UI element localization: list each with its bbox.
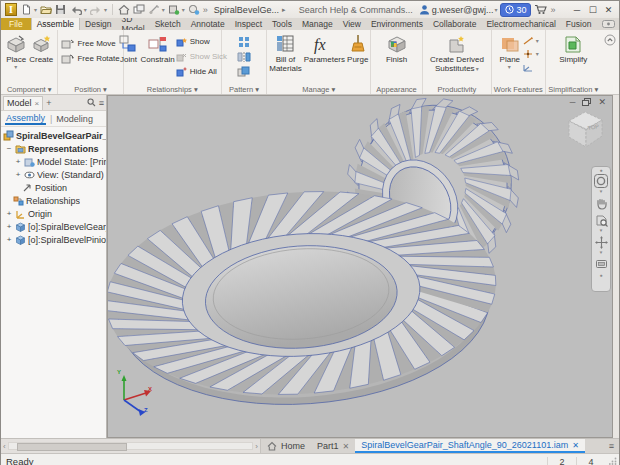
doc-tab-home[interactable]: Home xyxy=(261,439,311,453)
scroll-left-icon[interactable]: ‹ xyxy=(3,442,6,451)
titlebar-overflow-icon[interactable]: » xyxy=(550,5,555,15)
browser-tab-model[interactable]: Model× xyxy=(3,96,43,110)
subtab-assembly[interactable]: Assembly xyxy=(5,113,46,125)
simplify-button[interactable]: Simplify xyxy=(558,32,588,83)
tab-sketch[interactable]: Sketch xyxy=(150,18,186,30)
doc-tab-active-assembly[interactable]: SpiralBevelGearPair_ShaftAngle_90_260211… xyxy=(355,439,585,453)
group-label-relationships[interactable]: Relationships ▾ xyxy=(124,85,221,94)
group-label-manage[interactable]: Manage ▾ xyxy=(267,85,370,94)
ribbon-display-icon[interactable] xyxy=(596,18,619,30)
viewport-3d[interactable]: ─ ✕ TOP ● ▼ ▼ ▼ xyxy=(107,95,613,438)
tab-environments[interactable]: Environments xyxy=(366,18,428,30)
close-button[interactable]: ✕ xyxy=(602,5,615,15)
minimize-button[interactable]: ─ xyxy=(571,5,584,15)
orbit-caret-icon[interactable]: ▼ xyxy=(599,251,603,255)
resize-grip[interactable] xyxy=(605,457,619,465)
expand-toggle[interactable]: + xyxy=(5,235,13,244)
expand-toggle[interactable]: + xyxy=(5,222,13,231)
pattern-button[interactable] xyxy=(237,34,251,49)
expand-toggle[interactable]: + xyxy=(14,157,22,166)
tab-tools[interactable]: Tools xyxy=(267,18,297,30)
mirror-button[interactable] xyxy=(237,49,251,64)
save-icon[interactable] xyxy=(55,3,67,16)
navwheel-caret-icon[interactable]: ▼ xyxy=(599,190,603,194)
tab-assemble[interactable]: Assemble xyxy=(31,18,80,30)
place-button[interactable]: Place ▾ xyxy=(4,32,28,83)
material-icon[interactable] xyxy=(168,3,180,16)
free-rotate-button[interactable]: Free Rotate xyxy=(61,51,119,66)
free-move-button[interactable]: Free Move xyxy=(61,36,119,51)
ribbon-collapse-button[interactable] xyxy=(601,30,619,94)
create-derived-substitutes-button[interactable]: Create Derived Substitutes ▾ xyxy=(429,32,485,83)
tab-manage[interactable]: Manage xyxy=(297,18,338,30)
tab-electromechanical[interactable]: Electromechanical xyxy=(481,18,560,30)
parameters-button[interactable]: fx Parameters xyxy=(303,32,346,83)
group-label-position[interactable]: Position ▾ xyxy=(58,85,122,94)
copy-button[interactable] xyxy=(237,64,251,79)
inventor-logo-icon[interactable]: I xyxy=(5,3,17,16)
tab-fusion[interactable]: Fusion xyxy=(561,18,597,30)
tab-3d-model[interactable]: 3D Model xyxy=(117,18,150,30)
close-tab-icon[interactable]: ✕ xyxy=(343,442,350,451)
tab-collaborate[interactable]: Collaborate xyxy=(428,18,481,30)
switch-windows-icon[interactable] xyxy=(133,3,145,16)
browser-scrollbar[interactable]: ‹ › xyxy=(1,439,261,453)
subtab-modeling[interactable]: Modeling xyxy=(56,114,93,124)
tree-item-representations[interactable]: − Representations xyxy=(1,142,106,155)
create-button[interactable]: Create xyxy=(28,32,54,83)
tab-view[interactable]: View xyxy=(338,18,366,30)
tree-item-pinion-part[interactable]: + [o]:SpiralBevelPinion_ xyxy=(1,233,106,246)
doc-tab-part1[interactable]: Part1 ✕ xyxy=(311,439,355,453)
ucs-button[interactable] xyxy=(522,60,534,73)
tree-item-gear-part[interactable]: + [o]:SpiralBevelGear_S xyxy=(1,220,106,233)
new-file-caret-icon[interactable]: ▾ xyxy=(34,6,37,13)
tree-item-view[interactable]: + View: (Standard) xyxy=(1,168,106,181)
constrain-button[interactable]: Constrain xyxy=(139,32,175,83)
browser-tab-close-icon[interactable]: × xyxy=(35,99,40,108)
joint-button[interactable]: Joint xyxy=(117,32,139,83)
tree-item-origin[interactable]: + Origin xyxy=(1,207,106,220)
axis-button[interactable]: ▾ xyxy=(522,34,539,47)
zoom-icon[interactable] xyxy=(595,212,608,228)
close-tab-icon[interactable]: ✕ xyxy=(572,441,579,450)
group-label-component[interactable]: Component ▾ xyxy=(1,85,57,94)
maximize-button[interactable]: ☐ xyxy=(586,5,599,15)
hide-all-button[interactable]: Hide All xyxy=(176,64,227,79)
finish-button[interactable]: Finish xyxy=(385,32,409,83)
title-flyout-icon[interactable]: ▸ xyxy=(282,6,286,14)
navbar-handle-icon[interactable]: ● xyxy=(599,168,602,172)
cart-icon[interactable] xyxy=(534,3,547,16)
tab-design[interactable]: Design xyxy=(80,18,116,30)
undo-caret-icon[interactable]: ▾ xyxy=(84,6,87,13)
navbar-handle-icon[interactable]: ● xyxy=(599,273,602,277)
tree-item-relationships[interactable]: Relationships xyxy=(1,194,106,207)
group-label-simplification[interactable]: Simplification ▾ xyxy=(546,85,601,94)
pan-hand-icon[interactable] xyxy=(595,195,608,211)
scrollbar-thumb[interactable] xyxy=(17,443,127,451)
tab-file[interactable]: File xyxy=(1,18,31,30)
expand-toggle[interactable]: + xyxy=(5,209,13,218)
group-label-pattern[interactable]: Pattern ▾ xyxy=(222,85,267,94)
scrollbar-track[interactable] xyxy=(8,442,254,450)
navigation-wheel-icon[interactable] xyxy=(594,173,608,189)
purge-button[interactable]: Purge xyxy=(346,32,369,83)
browser-search-icon[interactable] xyxy=(87,98,96,107)
view-cube[interactable]: TOP xyxy=(558,104,612,156)
browser-menu-icon[interactable]: ≡ xyxy=(99,98,104,108)
expand-toggle[interactable]: − xyxy=(5,144,13,153)
measure-caret-icon[interactable]: ▾ xyxy=(162,6,165,13)
bill-of-materials-button[interactable]: Bill of Materials xyxy=(268,32,302,83)
tree-item-position[interactable]: Position xyxy=(1,181,106,194)
scroll-right-icon[interactable]: › xyxy=(255,442,258,451)
new-file-icon[interactable] xyxy=(20,3,32,16)
trial-days-badge[interactable]: 30 xyxy=(500,3,531,17)
tree-item-model-state[interactable]: + Model State: [Prim xyxy=(1,155,106,168)
expand-toggle[interactable]: + xyxy=(14,170,22,179)
search-input[interactable]: Search Help & Commands... xyxy=(299,5,413,15)
look-at-icon[interactable] xyxy=(595,256,608,272)
point-button[interactable]: ▾ xyxy=(522,47,539,60)
undo-icon[interactable] xyxy=(70,3,82,16)
zoom-caret-icon[interactable]: ▼ xyxy=(599,229,603,233)
plane-button[interactable]: Plane ▾ xyxy=(498,32,522,83)
browser-add-tab-icon[interactable]: + xyxy=(46,98,51,108)
